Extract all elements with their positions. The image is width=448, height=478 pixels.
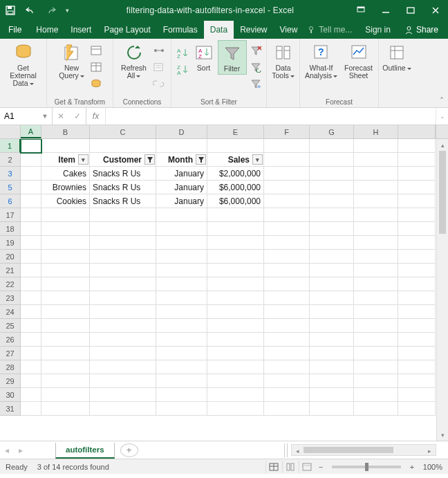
cell-G5[interactable] bbox=[310, 181, 354, 194]
cell-G19[interactable] bbox=[310, 236, 354, 250]
tab-formulas[interactable]: Formulas bbox=[157, 21, 204, 39]
cell-E1[interactable] bbox=[207, 139, 264, 153]
share-button[interactable]: Share bbox=[398, 21, 445, 39]
cell-D3[interactable]: January bbox=[156, 167, 207, 181]
cell-E27[interactable] bbox=[207, 347, 264, 360]
filter-dropdown-button[interactable] bbox=[252, 154, 263, 165]
cell-E3[interactable]: $2,000,000 bbox=[207, 167, 264, 181]
cell-A17[interactable] bbox=[21, 208, 41, 222]
cell-x27[interactable] bbox=[398, 347, 436, 360]
cell-H24[interactable] bbox=[354, 305, 398, 319]
cell-x2[interactable] bbox=[398, 153, 436, 167]
name-box-dropdown[interactable]: ▼ bbox=[39, 113, 51, 120]
cell-B27[interactable] bbox=[41, 347, 90, 360]
cell-D26[interactable] bbox=[156, 333, 207, 347]
sheet-tab-autofilters[interactable]: autofilters bbox=[55, 443, 115, 459]
cell-G25[interactable] bbox=[310, 319, 354, 333]
new-sheet-button[interactable]: + bbox=[120, 443, 138, 457]
row-header-28[interactable]: 28 bbox=[0, 360, 21, 374]
cell-B23[interactable] bbox=[41, 291, 90, 305]
cell-H25[interactable] bbox=[354, 319, 398, 333]
tab-view[interactable]: View bbox=[274, 21, 304, 39]
minimize-button[interactable] bbox=[373, 0, 398, 21]
cell-B25[interactable] bbox=[41, 319, 90, 333]
cell-x22[interactable] bbox=[398, 277, 436, 291]
cell-E29[interactable] bbox=[207, 374, 264, 388]
cell-H31[interactable] bbox=[354, 402, 398, 416]
cell-C27[interactable] bbox=[90, 347, 156, 360]
row-header-1[interactable]: 1 bbox=[0, 139, 21, 153]
cell-G17[interactable] bbox=[310, 208, 354, 222]
column-header-E[interactable]: E bbox=[207, 125, 264, 138]
cell-A6[interactable] bbox=[21, 194, 41, 208]
cell-C25[interactable] bbox=[90, 319, 156, 333]
cell-F24[interactable] bbox=[264, 305, 310, 319]
cell-D30[interactable] bbox=[156, 388, 207, 402]
cell-E25[interactable] bbox=[207, 319, 264, 333]
undo-button[interactable] bbox=[21, 0, 41, 21]
cell-B18[interactable] bbox=[41, 222, 90, 236]
cell-x30[interactable] bbox=[398, 388, 436, 402]
cell-A23[interactable] bbox=[21, 291, 41, 305]
cell-F20[interactable] bbox=[264, 250, 310, 264]
row-header-21[interactable]: 21 bbox=[0, 264, 21, 277]
cell-x5[interactable] bbox=[398, 181, 436, 194]
cell-C19[interactable] bbox=[90, 236, 156, 250]
cell-x18[interactable] bbox=[398, 222, 436, 236]
cell-H18[interactable] bbox=[354, 222, 398, 236]
enter-formula-button[interactable]: ✓ bbox=[69, 108, 86, 125]
save-button[interactable] bbox=[0, 0, 21, 21]
tab-split-handle[interactable] bbox=[284, 443, 288, 457]
tab-data[interactable]: Data bbox=[204, 21, 234, 39]
column-header-F[interactable]: F bbox=[264, 125, 310, 138]
cell-A19[interactable] bbox=[21, 236, 41, 250]
cell-F21[interactable] bbox=[264, 264, 310, 277]
redo-button[interactable] bbox=[41, 0, 62, 21]
get-external-data-button[interactable]: Get External Data bbox=[6, 40, 41, 89]
cell-H17[interactable] bbox=[354, 208, 398, 222]
cell-C2[interactable]: Customer bbox=[90, 153, 156, 167]
cell-D24[interactable] bbox=[156, 305, 207, 319]
cell-H19[interactable] bbox=[354, 236, 398, 250]
cell-G27[interactable] bbox=[310, 347, 354, 360]
cell-H6[interactable] bbox=[354, 194, 398, 208]
zoom-out-button[interactable]: − bbox=[315, 463, 326, 471]
show-queries-button[interactable] bbox=[89, 43, 104, 58]
expand-formula-bar-button[interactable]: ⌄ bbox=[436, 108, 448, 125]
cell-F3[interactable] bbox=[264, 167, 310, 181]
cell-x1[interactable] bbox=[398, 139, 436, 153]
cell-D31[interactable] bbox=[156, 402, 207, 416]
cell-G26[interactable] bbox=[310, 333, 354, 347]
cell-H22[interactable] bbox=[354, 277, 398, 291]
cell-x24[interactable] bbox=[398, 305, 436, 319]
cell-B19[interactable] bbox=[41, 236, 90, 250]
cell-x19[interactable] bbox=[398, 236, 436, 250]
cell-F2[interactable] bbox=[264, 153, 310, 167]
cell-A26[interactable] bbox=[21, 333, 41, 347]
cell-F17[interactable] bbox=[264, 208, 310, 222]
cell-E23[interactable] bbox=[207, 291, 264, 305]
maximize-button[interactable] bbox=[398, 0, 423, 21]
cell-G22[interactable] bbox=[310, 277, 354, 291]
cell-D18[interactable] bbox=[156, 222, 207, 236]
connections-button[interactable] bbox=[151, 43, 167, 58]
column-header-B[interactable]: B bbox=[41, 125, 90, 138]
cell-B5[interactable]: Brownies bbox=[41, 181, 90, 194]
column-header-A[interactable]: A bbox=[21, 125, 41, 138]
cell-E17[interactable] bbox=[207, 208, 264, 222]
from-table-button[interactable] bbox=[89, 59, 104, 75]
cell-H20[interactable] bbox=[354, 250, 398, 264]
tab-review[interactable]: Review bbox=[234, 21, 273, 39]
column-header-blank[interactable] bbox=[398, 125, 436, 138]
signin-button[interactable]: Sign in bbox=[358, 21, 398, 39]
cell-A5[interactable] bbox=[21, 181, 41, 194]
cell-x31[interactable] bbox=[398, 402, 436, 416]
cell-C22[interactable] bbox=[90, 277, 156, 291]
tab-insert[interactable]: Insert bbox=[64, 21, 97, 39]
cell-F28[interactable] bbox=[264, 360, 310, 374]
cell-A25[interactable] bbox=[21, 319, 41, 333]
hscroll-thumb[interactable] bbox=[304, 447, 393, 453]
cell-G30[interactable] bbox=[310, 388, 354, 402]
cell-H27[interactable] bbox=[354, 347, 398, 360]
cell-F22[interactable] bbox=[264, 277, 310, 291]
